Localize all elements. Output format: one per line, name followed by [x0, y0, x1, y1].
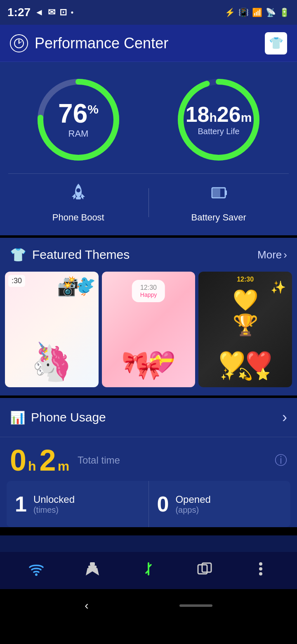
app-header-left: Performance Center [10, 34, 168, 52]
themes-title: Featured Themes [32, 248, 130, 262]
battery-saver-button[interactable]: Battery Saver [149, 182, 289, 223]
svg-point-13 [35, 573, 38, 576]
ram-value: 76 [58, 99, 87, 128]
dot-icon: • [71, 8, 73, 17]
vibrate-icon: 📳 [238, 7, 249, 17]
battery-saver-icon [208, 182, 229, 208]
svg-rect-15 [88, 566, 97, 568]
nav-wifi-button[interactable] [20, 554, 53, 587]
wifi-status-icon: 📶 [252, 7, 262, 17]
ram-unit: % [87, 102, 99, 116]
battery-metric[interactable]: 18h26m Battery Life [173, 74, 264, 165]
battery-hours: 18 [186, 102, 210, 126]
svg-rect-14 [90, 562, 95, 566]
opened-info: Opened (apps) [175, 494, 210, 515]
phone-boost-button[interactable]: Phone Boost [8, 182, 148, 223]
more-nav-icon [259, 561, 263, 581]
nav-sync-button[interactable] [132, 554, 165, 587]
nav-multitask-button[interactable] [188, 554, 221, 587]
opened-stat: 0 Opened (apps) [149, 481, 291, 527]
svg-point-20 [259, 567, 262, 571]
multitask-nav-icon [196, 561, 213, 581]
themes-more-button[interactable]: More › [257, 249, 287, 261]
usage-hours: 0 [10, 445, 26, 475]
app-title: Performance Center [35, 35, 168, 52]
usage-minutes: 2 [40, 445, 56, 475]
android-nav-bar: ‹ [0, 589, 297, 622]
phone-usage-section: 📊 Phone Usage › 0 h 2 m Total time ⓘ 1 U… [0, 398, 297, 527]
ram-label: RAM [58, 128, 99, 139]
rocket-icon [68, 182, 89, 208]
svg-point-8 [76, 188, 80, 192]
usage-time-row: 0 h 2 m Total time ⓘ [0, 437, 297, 477]
phone-boost-label: Phone Boost [52, 212, 104, 223]
content-spacer [0, 535, 297, 552]
theme-unicorn[interactable]: :30 📸 🐦 🦄 [5, 272, 99, 387]
unlocked-name: Unlocked [33, 494, 75, 505]
usage-total-label: Total time [78, 455, 120, 466]
opened-number: 0 [157, 492, 169, 516]
status-time: 1:27 [7, 6, 31, 19]
ram-value-group: 76% RAM [58, 100, 99, 139]
battery-saver-label: Battery Saver [191, 212, 246, 223]
usage-hours-unit: h [28, 459, 36, 474]
usage-stats: 1 Unlocked (times) 0 Opened (apps) [7, 481, 290, 527]
nav-more-button[interactable] [244, 554, 277, 587]
themes-section-header: 👕 Featured Themes More › [0, 238, 297, 272]
nav-boost-button[interactable] [76, 554, 109, 587]
theme-gold[interactable]: 12:30 💛 🏆 ✨💫⭐ [198, 272, 292, 387]
svg-rect-11 [225, 190, 227, 195]
info-icon: ⓘ [275, 452, 287, 469]
status-bar: 1:27 ◄ ✉ ⊡ • ⚡ 📳 📶 📡 🔋 [0, 0, 297, 25]
android-back-button[interactable]: ‹ [85, 599, 88, 612]
boost-nav-icon [84, 561, 101, 581]
theme-pink[interactable]: 12:30 Happy 🎀 [102, 272, 196, 387]
metrics-section: 76% RAM 18h26m Battery Life [0, 62, 297, 173]
usage-minutes-unit: m [58, 459, 69, 474]
more-label: More [257, 249, 282, 261]
quick-actions: Phone Boost Battery Saver [8, 173, 289, 235]
usage-time-numbers: 0 h 2 m Total time [10, 445, 120, 475]
app-logo: 👕 [265, 32, 287, 54]
status-right-icons: ⚡ 📳 📶 📡 🔋 [225, 7, 290, 17]
android-home-pill[interactable] [179, 604, 212, 607]
opened-name: Opened [175, 494, 210, 505]
battery-minutes: 26 [217, 102, 241, 126]
unlocked-number: 1 [15, 492, 27, 516]
back-icon: ◄ [35, 7, 44, 18]
unlocked-sublabel: (times) [33, 505, 75, 515]
main-content: 76% RAM 18h26m Battery Life [0, 62, 297, 235]
bluetooth-icon: ⚡ [225, 7, 235, 17]
battery-icon: 🔋 [279, 7, 290, 17]
battery-value-group: 18h26m Battery Life [186, 104, 252, 136]
app-header: Performance Center 👕 [0, 25, 297, 62]
unlocked-info: Unlocked (times) [33, 494, 75, 515]
tshirt-icon: 👕 [10, 247, 26, 263]
screenshot-icon: ⊡ [59, 7, 67, 18]
svg-rect-9 [76, 197, 81, 199]
themes-header-left: 👕 Featured Themes [10, 247, 130, 263]
usage-header-left: 📊 Phone Usage [10, 410, 106, 425]
svg-rect-12 [213, 189, 220, 197]
bottom-nav [0, 552, 297, 589]
ram-metric[interactable]: 76% RAM [33, 74, 124, 165]
usage-icon: 📊 [10, 410, 25, 425]
phone-usage-title: Phone Usage [31, 410, 106, 424]
featured-themes-section: 👕 Featured Themes More › :30 📸 🐦 🦄 12:30… [0, 238, 297, 395]
sync-nav-icon [140, 561, 157, 581]
performance-icon [10, 34, 28, 52]
svg-point-21 [259, 572, 262, 575]
battery-minutes-unit: m [241, 111, 252, 124]
usage-chevron-icon: › [282, 409, 287, 426]
svg-point-19 [259, 562, 262, 566]
signal-icon: 📡 [266, 7, 276, 17]
battery-hours-unit: h [209, 111, 217, 124]
chevron-right-icon: › [283, 249, 287, 261]
gmail-icon: ✉ [48, 7, 55, 18]
status-time-group: 1:27 ◄ ✉ ⊡ • [7, 6, 73, 19]
unlocked-stat: 1 Unlocked (times) [7, 481, 148, 527]
phone-usage-header[interactable]: 📊 Phone Usage › [0, 398, 297, 437]
opened-sublabel: (apps) [175, 505, 210, 515]
themes-grid: :30 📸 🐦 🦄 12:30 Happy 🎀 12:30 💛 🏆 ✨💫⭐ [0, 272, 297, 395]
battery-label: Battery Life [186, 127, 252, 136]
